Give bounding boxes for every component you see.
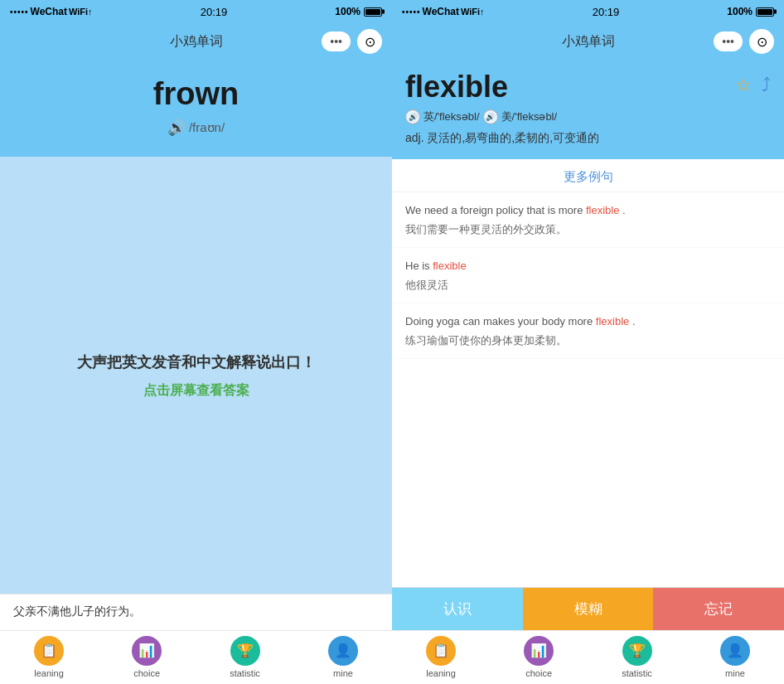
statistic-label-1: statistic xyxy=(230,668,260,678)
sentence-area-1: 父亲不满他儿子的行为。 xyxy=(0,594,392,630)
nav-item-choice-1[interactable]: 📊 choice xyxy=(132,636,162,678)
nav-item-statistic-2[interactable]: 🏆 statistic xyxy=(622,636,652,678)
star-icon[interactable]: ☆ xyxy=(735,75,752,96)
choice-icon-1: 📊 xyxy=(132,636,162,666)
status-left-2: ••••• WeChat WiFi↑ xyxy=(402,6,485,17)
nav-item-statistic-1[interactable]: 🏆 statistic xyxy=(230,636,260,678)
target-button-2[interactable]: ⊙ xyxy=(749,29,774,54)
example-1-cn: 我们需要一种更灵活的外交政策。 xyxy=(405,221,771,238)
phonetic-1: 🔊 /fraʊn/ xyxy=(13,119,379,137)
choice-label-1: choice xyxy=(133,668,160,678)
leaning-label-2: leaning xyxy=(426,668,455,678)
choice-label-2: choice xyxy=(525,668,552,678)
target-button-1[interactable]: ⊙ xyxy=(357,29,382,54)
menu-button-2[interactable]: ••• xyxy=(714,32,743,51)
uk-speaker-badge[interactable]: 🔊 xyxy=(405,109,420,124)
click-hint: 点击屏幕查看答案 xyxy=(143,382,249,400)
status-left-1: ••••• WeChat WiFi↑ xyxy=(10,6,93,17)
nav-item-leaning-2[interactable]: 📋 leaning xyxy=(426,636,456,678)
nav-item-mine-1[interactable]: 👤 mine xyxy=(328,636,358,678)
nav-bar-1: 小鸡单词 ••• ⊙ xyxy=(0,23,392,60)
fuzzy-button[interactable]: 模糊 xyxy=(523,588,654,630)
word-display-2: flexible xyxy=(405,70,508,104)
mine-label-1: mine xyxy=(333,668,353,678)
example-3-en: Doing yoga can makes your body more flex… xyxy=(405,313,771,330)
phonetic-row-2: 🔊 英/'fleksəbl/ 🔊 美/'fleksəbl/ xyxy=(405,109,771,124)
definition-text: adj. 灵活的,易弯曲的,柔韧的,可变通的 xyxy=(405,131,771,146)
battery-icon-2 xyxy=(756,7,774,17)
example-2-cn: 他很灵活 xyxy=(405,277,771,293)
menu-button-1[interactable]: ••• xyxy=(322,32,351,51)
statistic-label-2: statistic xyxy=(622,668,652,678)
phone1: ••••• WeChat WiFi↑ 20:19 100% 小鸡单词 ••• ⊙… xyxy=(0,0,392,684)
choice-icon-2: 📊 xyxy=(524,636,554,666)
statistic-icon-1: 🏆 xyxy=(230,636,260,666)
status-bar-2: ••••• WeChat WiFi↑ 20:19 100% xyxy=(392,0,784,23)
nav-item-mine-2[interactable]: 👤 mine xyxy=(720,636,750,678)
mine-label-2: mine xyxy=(725,668,745,678)
word-header-2: flexible ☆ ⤴ 🔊 英/'fleksəbl/ 🔊 美/'fleksəb… xyxy=(392,60,784,159)
status-bar-1: ••••• WeChat WiFi↑ 20:19 100% xyxy=(0,0,392,23)
examples-header: 更多例句 xyxy=(392,159,784,192)
example-3: Doing yoga can makes your body more flex… xyxy=(392,303,784,359)
nav-title-2: 小鸡单词 xyxy=(562,33,615,51)
phone1-body[interactable]: 大声把英文发音和中文解释说出口！ 点击屏幕查看答案 xyxy=(0,157,392,594)
know-button[interactable]: 认识 xyxy=(392,588,523,630)
word-display-1: frown xyxy=(13,76,379,112)
nav-item-choice-2[interactable]: 📊 choice xyxy=(524,636,554,678)
phone2-body: 更多例句 We need a foreign policy that is mo… xyxy=(392,159,784,587)
phone2: ••••• WeChat WiFi↑ 20:19 100% 小鸡单词 ••• ⊙ xyxy=(392,0,784,684)
statistic-icon-2: 🏆 xyxy=(622,636,652,666)
example-1-en: We need a foreign policy that is more fl… xyxy=(405,202,771,219)
speaker-icon-1[interactable]: 🔊 xyxy=(167,119,186,137)
word-row-2: flexible ☆ ⤴ xyxy=(405,70,771,104)
bottom-nav-2: 📋 leaning 📊 choice 🏆 statistic 👤 mine xyxy=(392,630,784,684)
bottom-nav-1: 📋 leaning 📊 choice 🏆 statistic 👤 mine xyxy=(0,630,392,684)
mine-icon-2: 👤 xyxy=(720,636,750,666)
us-speaker-badge[interactable]: 🔊 xyxy=(483,109,498,124)
mine-icon-1: 👤 xyxy=(328,636,358,666)
action-buttons: 认识 模糊 忘记 xyxy=(392,587,784,630)
leaning-icon-1: 📋 xyxy=(34,636,64,666)
nav-actions-2: ••• ⊙ xyxy=(714,29,774,54)
nav-bar-2: 小鸡单词 ••• ⊙ xyxy=(392,23,784,60)
example-3-cn: 练习瑜伽可使你的身体更加柔韧。 xyxy=(405,332,771,349)
share-icon[interactable]: ⤴ xyxy=(762,75,771,96)
instruction-text: 大声把英文发音和中文解释说出口！ xyxy=(77,352,316,374)
nav-title-1: 小鸡单词 xyxy=(170,33,223,51)
battery-icon-1 xyxy=(364,7,382,17)
leaning-icon-2: 📋 xyxy=(426,636,456,666)
word-actions: ☆ ⤴ xyxy=(735,70,771,96)
nav-item-leaning-1[interactable]: 📋 leaning xyxy=(34,636,64,678)
nav-actions-1: ••• ⊙ xyxy=(322,29,382,54)
example-2-en: He is flexible xyxy=(405,258,771,274)
forget-button[interactable]: 忘记 xyxy=(653,588,784,630)
leaning-label-1: leaning xyxy=(34,668,63,678)
example-2: He is flexible 他很灵活 xyxy=(392,248,784,303)
word-header-1: frown 🔊 /fraʊn/ xyxy=(0,60,392,157)
example-1: We need a foreign policy that is more fl… xyxy=(392,192,784,248)
